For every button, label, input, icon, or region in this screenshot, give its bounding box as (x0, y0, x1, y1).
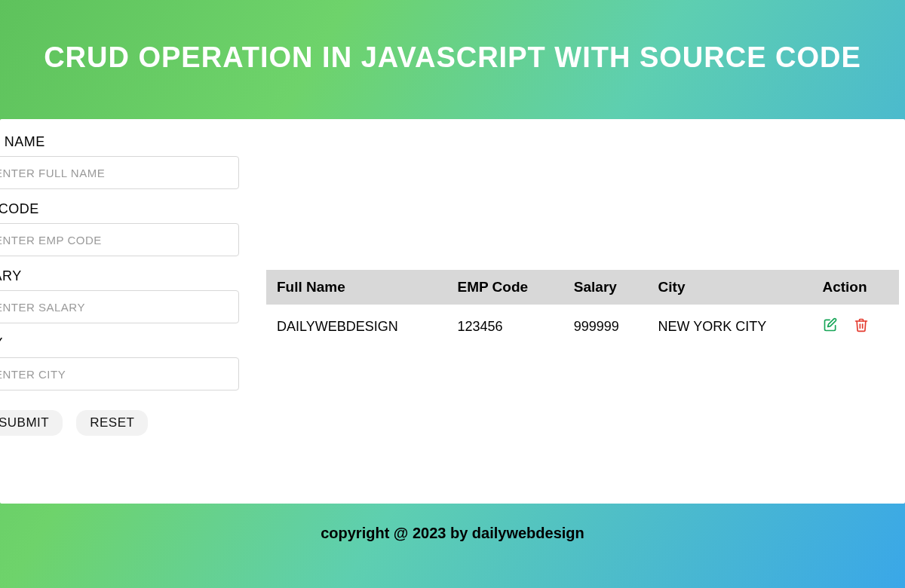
cell-action (811, 305, 899, 348)
label-salary: LARY (0, 268, 239, 284)
input-emp-code[interactable] (0, 223, 239, 256)
field-salary: LARY (0, 268, 239, 323)
cell-emp-code: 123456 (446, 305, 563, 348)
employee-form: LL NAME P CODE LARY TY SUBMIT RESET (0, 134, 253, 436)
th-salary: Salary (563, 270, 648, 305)
employee-table: Full Name EMP Code Salary City Action DA… (266, 270, 899, 348)
reset-button[interactable]: RESET (76, 410, 148, 436)
th-action: Action (811, 270, 899, 305)
cell-full-name: DAILYWEBDESIGN (266, 305, 446, 348)
label-city: TY (0, 335, 239, 351)
th-emp-code: EMP Code (446, 270, 563, 305)
submit-button[interactable]: SUBMIT (0, 410, 63, 436)
page-title: CRUD OPERATION IN JAVASCRIPT WITH SOURCE… (15, 41, 890, 74)
main-panel: LL NAME P CODE LARY TY SUBMIT RESET Full… (0, 119, 905, 504)
field-city: TY (0, 335, 239, 390)
input-city[interactable] (0, 357, 239, 390)
footer-text: copyright @ 2023 by dailywebdesign (321, 525, 584, 541)
th-full-name: Full Name (266, 270, 446, 305)
edit-button[interactable] (822, 317, 839, 333)
delete-button[interactable] (853, 317, 870, 333)
label-emp-code: P CODE (0, 201, 239, 217)
label-full-name: LL NAME (0, 134, 239, 150)
trash-icon (854, 317, 869, 332)
table-row: DAILYWEBDESIGN 123456 999999 NEW YORK CI… (266, 305, 899, 348)
page-header: CRUD OPERATION IN JAVASCRIPT WITH SOURCE… (0, 0, 905, 119)
edit-icon (823, 317, 838, 332)
th-city: City (648, 270, 812, 305)
field-emp-code: P CODE (0, 201, 239, 256)
cell-city: NEW YORK CITY (648, 305, 812, 348)
cell-salary: 999999 (563, 305, 648, 348)
page-footer: copyright @ 2023 by dailywebdesign (0, 504, 905, 542)
employee-table-container: Full Name EMP Code Salary City Action DA… (253, 134, 905, 348)
input-salary[interactable] (0, 290, 239, 323)
input-full-name[interactable] (0, 156, 239, 189)
table-header-row: Full Name EMP Code Salary City Action (266, 270, 899, 305)
field-full-name: LL NAME (0, 134, 239, 189)
form-button-row: SUBMIT RESET (0, 410, 239, 436)
